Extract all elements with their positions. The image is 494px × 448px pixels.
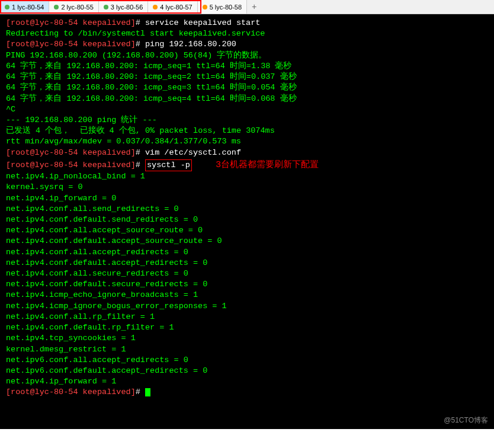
tab-3[interactable]: 3 lyc-80-56 [99, 0, 148, 14]
prompt-user: [root@lyc-80-54 keepalived] [6, 388, 136, 396]
prompt-user: [root@lyc-80-54 keepalived] [6, 148, 136, 157]
output-line: 64 字节，来自 192.168.80.200: icmp_seq=1 ttl=… [6, 62, 291, 71]
prompt-suffix: # [136, 148, 145, 157]
output-line: net.ipv4.conf.default.accept_source_rout… [6, 236, 222, 245]
window: 1 lyc-80-54 2 lyc-80-55 3 lyc-80-56 4 ly… [0, 0, 494, 429]
prompt-suffix: # [136, 388, 145, 396]
prompt-suffix: # [136, 40, 145, 49]
tab-label: 3 lyc-80-56 [111, 4, 143, 11]
prompt-suffix: # [136, 161, 145, 169]
output-line: net.ipv4.ip_nonlocal_bind = 1 [6, 172, 145, 181]
output-line: net.ipv4.icmp_ignore_bogus_error_respons… [6, 302, 227, 311]
tab-4[interactable]: 4 lyc-80-57 [148, 0, 197, 14]
output-line: rtt min/avg/max/mdev = 0.037/0.384/1.377… [6, 137, 241, 146]
tab-1[interactable]: 1 lyc-80-54 [0, 0, 49, 14]
output-line: net.ipv6.conf.all.accept_redirects = 0 [6, 356, 188, 364]
output-line: net.ipv4.conf.default.accept_redirects =… [6, 258, 207, 267]
output-line: kernel.sysrq = 0 [6, 183, 83, 191]
prompt-suffix: # [136, 18, 145, 27]
output-line: net.ipv4.conf.all.accept_redirects = 0 [6, 248, 188, 257]
output-line: ^C [6, 105, 15, 114]
output-line: 已发送 4 个包， 已接收 4 个包, 0% packet loss, time… [6, 126, 275, 135]
status-dot-icon [203, 5, 207, 9]
output-line: Redirecting to /bin/systemctl start keep… [6, 29, 265, 38]
output-line: --- 192.168.80.200 ping 统计 --- [6, 116, 157, 124]
output-line: net.ipv4.conf.all.accept_source_route = … [6, 226, 203, 235]
prompt-user: [root@lyc-80-54 keepalived] [6, 161, 136, 169]
command-text: ping 192.168.80.200 [145, 40, 236, 49]
tab-2[interactable]: 2 lyc-80-55 [49, 0, 98, 14]
output-line: PING 192.168.80.200 (192.168.80.200) 56(… [6, 51, 267, 60]
prompt-user: [root@lyc-80-54 keepalived] [6, 18, 136, 27]
cursor-icon [145, 388, 150, 396]
command-text: vim /etc/sysctl.conf [145, 148, 241, 157]
output-line: net.ipv4.conf.default.secure_redirects =… [6, 280, 207, 289]
output-line: net.ipv6.conf.default.accept_redirects =… [6, 366, 207, 375]
output-line: 64 字节，来自 192.168.80.200: icmp_seq=2 ttl=… [6, 72, 297, 81]
output-line: kernel.dmesg_restrict = 1 [6, 345, 126, 354]
output-line: net.ipv4.conf.all.send_redirects = 0 [6, 204, 179, 213]
terminal[interactable]: [root@lyc-80-54 keepalived]# service kee… [0, 14, 494, 429]
output-line: net.ipv4.conf.all.rp_filter = 1 [6, 312, 155, 321]
tab-label: 1 lyc-80-54 [12, 4, 44, 11]
annotation-text: 3台机器都需要刷新下配置 [216, 159, 318, 169]
command-text: sysctl -p [147, 161, 190, 169]
status-dot-icon [104, 5, 108, 9]
new-tab-button[interactable]: + [247, 0, 261, 14]
status-dot-icon [54, 5, 59, 9]
output-line: net.ipv4.ip_forward = 1 [6, 377, 116, 386]
status-dot-icon [5, 5, 9, 9]
tab-bar: 1 lyc-80-54 2 lyc-80-55 3 lyc-80-56 4 ly… [0, 0, 494, 14]
tab-label: 5 lyc-80-58 [210, 4, 242, 11]
tab-label: 2 lyc-80-55 [61, 4, 93, 11]
output-line: 64 字节，来自 192.168.80.200: icmp_seq=3 ttl=… [6, 83, 297, 92]
output-line: net.ipv4.icmp_echo_ignore_broadcasts = 1 [6, 290, 198, 299]
output-line: net.ipv4.tcp_syncookies = 1 [6, 334, 136, 343]
output-line: net.ipv4.ip_forward = 0 [6, 194, 116, 203]
output-line: net.ipv4.conf.all.secure_redirects = 0 [6, 269, 188, 278]
annotation-box-cmd: sysctl -p [145, 159, 192, 171]
output-line: net.ipv4.conf.default.send_redirects = 0 [6, 215, 198, 224]
command-text: service keepalived start [145, 18, 260, 27]
tab-5[interactable]: 5 lyc-80-58 [198, 0, 247, 14]
prompt-user: [root@lyc-80-54 keepalived] [6, 40, 136, 49]
watermark: @51CTO博客 [444, 415, 488, 425]
plus-icon: + [252, 2, 256, 12]
output-line: 64 字节，来自 192.168.80.200: icmp_seq=4 ttl=… [6, 94, 297, 103]
output-line: net.ipv4.conf.default.rp_filter = 1 [6, 323, 174, 332]
status-dot-icon [153, 5, 158, 9]
tab-label: 4 lyc-80-57 [160, 4, 192, 11]
